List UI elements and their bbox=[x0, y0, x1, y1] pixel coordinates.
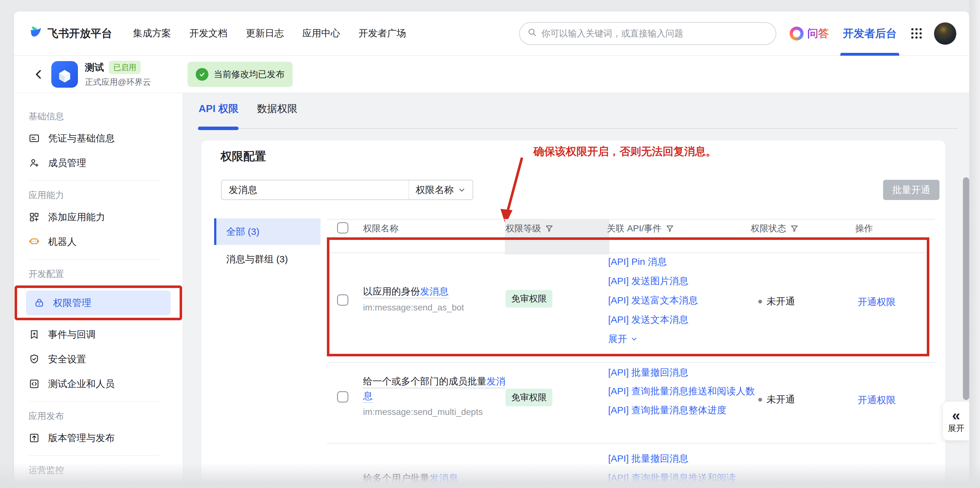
api-list: [API] 批量撤回消息 [API] 查询批量消息推送和阅读 bbox=[608, 449, 757, 487]
nav-item-app-center[interactable]: 应用中心 bbox=[302, 27, 340, 40]
enable-permission-link[interactable]: 开通权限 bbox=[858, 394, 896, 407]
nav-item-solutions[interactable]: 集成方案 bbox=[133, 27, 171, 40]
qa-label: 问答 bbox=[807, 26, 829, 41]
section-title: 应用发布 bbox=[14, 407, 183, 426]
developer-console-link[interactable]: 开发者后台 bbox=[843, 11, 897, 56]
lock-icon bbox=[33, 297, 45, 309]
search-input[interactable] bbox=[541, 29, 768, 39]
permission-tabs: API 权限 数据权限 bbox=[199, 102, 298, 116]
logo-text: 飞书开放平台 bbox=[48, 26, 112, 41]
annotation-text: 确保该权限开启，否则无法回复消息。 bbox=[533, 144, 716, 159]
category-messages-groups[interactable]: 消息与群组 (3) bbox=[214, 248, 321, 270]
search-field-select[interactable]: 权限名称 bbox=[409, 180, 473, 200]
annotation-red-box-sidebar: 权限管理 bbox=[14, 285, 182, 320]
flag-add-icon bbox=[29, 329, 40, 340]
category-label: 消息与群组 (3) bbox=[226, 253, 288, 266]
platform-logo[interactable]: 飞书开放平台 bbox=[29, 25, 112, 42]
sidebar-section-dev-config: 开发配置 权限管理 事件与回调 安全设置 bbox=[14, 265, 183, 396]
api-link[interactable]: [API] 查询批量消息整体进度 bbox=[608, 400, 757, 420]
sidebar-item-bot[interactable]: 机器人 bbox=[21, 230, 176, 254]
nav-item-docs[interactable]: 开发文档 bbox=[189, 27, 228, 40]
sidebar-section-capabilities: 应用能力 添加应用能力 机器人 bbox=[14, 186, 183, 254]
check-icon bbox=[196, 68, 208, 81]
sidebar-item-label: 事件与回调 bbox=[48, 328, 95, 341]
level-badge: 免审权限 bbox=[506, 389, 552, 406]
permission-name-cell: 给一个或多个部门的成员批量发消息 im:message:send_multi_d… bbox=[363, 374, 507, 417]
nav-item-dev-plaza[interactable]: 开发者广场 bbox=[358, 27, 406, 40]
apps-grid-icon[interactable] bbox=[911, 28, 922, 39]
permission-name[interactable]: 给多个用户批量发消息 bbox=[363, 473, 458, 483]
tab-divider bbox=[198, 128, 958, 129]
sidebar-item-label: 安全设置 bbox=[48, 353, 86, 366]
divider bbox=[28, 259, 160, 260]
user-add-icon bbox=[29, 157, 40, 169]
section-title: 运营监控 bbox=[14, 461, 183, 480]
api-list: [API] 批量撤回消息 [API] 查询批量消息推送和阅读人数 [API] 查… bbox=[608, 363, 757, 420]
nav-item-changelog[interactable]: 更新日志 bbox=[246, 27, 284, 40]
section-title: 基础信息 bbox=[14, 107, 183, 126]
bulk-enable-button[interactable]: 批量开通 bbox=[883, 180, 939, 200]
sidebar-section-ops: 运营监控 bbox=[14, 461, 183, 480]
filter-funnel-icon bbox=[790, 224, 799, 233]
col-header-level: 权限等级 bbox=[506, 222, 554, 235]
sidebar-item-events[interactable]: 事件与回调 bbox=[21, 322, 176, 347]
api-link[interactable]: [API] 查询批量消息推送和阅读 bbox=[608, 468, 757, 487]
upload-box-icon bbox=[29, 432, 40, 444]
back-button[interactable] bbox=[32, 67, 46, 81]
filter-funnel-icon bbox=[545, 224, 554, 233]
sidebar-item-label: 添加应用能力 bbox=[48, 211, 105, 224]
window-right-shadow bbox=[969, 0, 980, 488]
level-badge: 免审权限 bbox=[506, 482, 552, 488]
sidebar-item-label: 权限管理 bbox=[53, 296, 91, 309]
annotation-arrow bbox=[498, 153, 536, 229]
sidebar-item-test-org[interactable]: 测试企业和人员 bbox=[21, 372, 176, 396]
annotation-red-box-row bbox=[327, 238, 929, 356]
nav-menu: 集成方案 开发文档 更新日志 应用中心 开发者广场 bbox=[133, 27, 406, 40]
category-all[interactable]: 全部 (3) bbox=[214, 219, 321, 245]
robot-icon bbox=[29, 235, 40, 249]
app-name: 测试 bbox=[85, 61, 104, 74]
sidebar-item-version-release[interactable]: 版本管理与发布 bbox=[21, 426, 176, 450]
tab-api-permissions[interactable]: API 权限 bbox=[199, 102, 239, 116]
sidebar-item-label: 凭证与基础信息 bbox=[48, 132, 115, 145]
col-header-name: 权限名称 bbox=[363, 222, 398, 235]
divider bbox=[28, 455, 160, 456]
sidebar-section-release: 应用发布 版本管理与发布 bbox=[14, 407, 183, 450]
feishu-logo-icon bbox=[29, 25, 43, 42]
sidebar-item-label: 版本管理与发布 bbox=[48, 432, 115, 445]
divider bbox=[28, 401, 160, 402]
api-link[interactable]: [API] 批量撤回消息 bbox=[608, 449, 757, 468]
permission-search-input[interactable] bbox=[221, 180, 409, 200]
qa-link[interactable]: 问答 bbox=[790, 26, 829, 41]
search-icon bbox=[527, 27, 537, 39]
global-search[interactable] bbox=[519, 22, 776, 45]
api-link[interactable]: [API] 批量撤回消息 bbox=[608, 363, 757, 382]
status-dot-icon bbox=[758, 398, 762, 402]
section-title: 开发配置 bbox=[14, 265, 183, 284]
select-all-checkbox[interactable] bbox=[337, 222, 348, 234]
app-window: 飞书开放平台 集成方案 开发文档 更新日志 应用中心 开发者广场 问答 开发者后… bbox=[14, 11, 969, 488]
qa-ring-icon bbox=[790, 27, 803, 41]
app-meta: 测试 已启用 正式应用@环界云 bbox=[85, 61, 151, 88]
expand-panel-button[interactable]: « 展开 bbox=[943, 401, 969, 440]
permission-scope: im:message:send_multi_depts bbox=[363, 407, 507, 417]
col-header-apis: 关联 API/事件 bbox=[607, 222, 675, 235]
filter-funnel-icon bbox=[665, 224, 675, 233]
publish-status-banner: 当前修改均已发布 bbox=[188, 62, 293, 87]
sidebar-item-permissions[interactable]: 权限管理 bbox=[26, 290, 171, 315]
id-card-icon bbox=[29, 133, 40, 144]
permission-name[interactable]: 给一个或多个部门的成员批量发消息 bbox=[363, 376, 506, 401]
sidebar-item-security[interactable]: 安全设置 bbox=[21, 347, 176, 372]
user-avatar[interactable] bbox=[934, 22, 956, 45]
sidebar-item-members[interactable]: 成员管理 bbox=[21, 151, 176, 175]
sidebar-item-add-capability[interactable]: 添加应用能力 bbox=[21, 205, 176, 230]
sidebar-section-basic: 基础信息 凭证与基础信息 成员管理 bbox=[14, 107, 183, 175]
api-link[interactable]: [API] 查询批量消息推送和阅读人数 bbox=[608, 382, 757, 400]
main-content: API 权限 数据权限 权限配置 确保该权限开启，否则无法回复消息。 权限名称 bbox=[183, 93, 969, 488]
tab-data-permissions[interactable]: 数据权限 bbox=[257, 102, 298, 116]
sidebar-item-credentials[interactable]: 凭证与基础信息 bbox=[21, 126, 176, 151]
permission-config-card: 权限配置 确保该权限开启，否则无法回复消息。 权限名称 批量开通 全部 bbox=[202, 141, 945, 488]
code-box-icon bbox=[29, 378, 40, 390]
scrollbar-thumb[interactable] bbox=[963, 177, 969, 400]
row-checkbox[interactable] bbox=[337, 391, 348, 402]
